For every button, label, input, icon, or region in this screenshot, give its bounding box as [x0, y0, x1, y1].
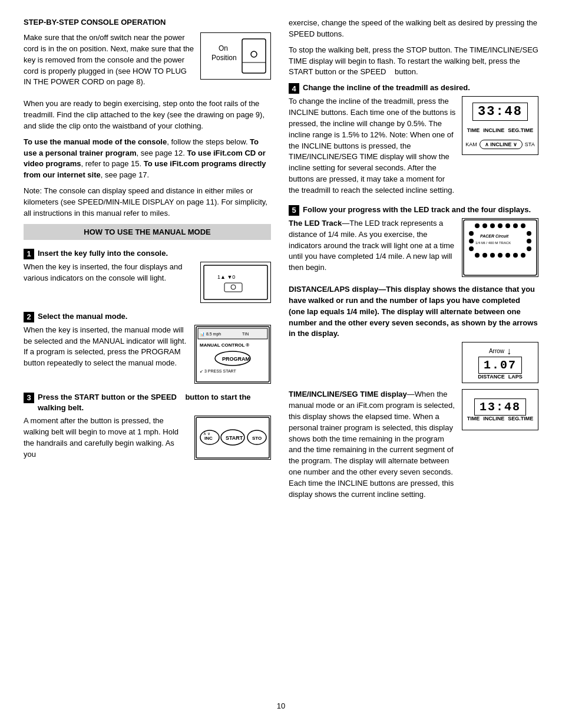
incline-up-btn[interactable]: ∧ INCLINE ∨ — [480, 140, 523, 149]
step-4-content: To change the incline of the treadmill, … — [289, 96, 538, 196]
svg-point-36 — [521, 253, 525, 258]
svg-point-44 — [469, 239, 474, 243]
main-content: STEP-BY-STEP CONSOLE OPERATION Make sure… — [24, 18, 538, 690]
led-track-title: The LED Track — [289, 219, 342, 228]
step-3-title: Press the START button or the SPEED butt… — [38, 392, 271, 413]
distance-block: Arrow ↓ 1.07 DISTANCE LAPS — [289, 342, 538, 383]
svg-point-41 — [482, 253, 487, 258]
step-1-content: When the key is inserted, the four displ… — [24, 262, 271, 303]
time-para: TIME/INCLINE/SEG TIME display—When the m… — [289, 389, 456, 500]
step-5-num: 5 — [289, 205, 299, 216]
svg-text:MANUAL CONTROL ®: MANUAL CONTROL ® — [200, 342, 249, 348]
time-image: 13:48 TIME INCLINE SEG.TIME — [462, 389, 538, 430]
text1: , follow the steps below. — [167, 137, 250, 146]
step-2-image: 📊 8.5 mph TIN MANUAL CONTROL ® PROGRAM ↙… — [194, 325, 271, 384]
page-number: 10 — [24, 701, 538, 710]
svg-point-40 — [490, 253, 495, 258]
distance-title-text: DISTANCE/LAPS display — [289, 285, 378, 294]
time-label: TIME — [467, 416, 480, 421]
led-track-text-col: The LED Track—The LED track represents a… — [289, 218, 456, 278]
svg-rect-2 — [242, 39, 266, 73]
step-4-header: 4 Change the incline of the treadmill as… — [289, 83, 538, 94]
distance-arrow-row: Arrow ↓ — [489, 346, 511, 357]
incline-display: 33:48 — [472, 103, 528, 121]
step-3-num: 3 — [24, 393, 34, 403]
step-5-title: Follow your progress with the LED track … — [303, 205, 531, 215]
svg-text:Position: Position — [211, 54, 237, 62]
intro-text-col: Make sure that the on/off switch near th… — [24, 32, 194, 93]
distance-title: DISTANCE/LAPS display—This display shows… — [289, 284, 538, 340]
distance-labels: DISTANCE LAPS — [478, 374, 522, 380]
svg-text:STO: STO — [252, 436, 262, 441]
step-5-header: 5 Follow your progress with the LED trac… — [289, 205, 538, 216]
manual-mode-svg: 📊 8.5 mph TIN MANUAL CONTROL ® PROGRAM ↙… — [195, 325, 270, 383]
step-2-num: 2 — [24, 312, 34, 322]
svg-text:∧  ∨: ∧ ∨ — [203, 431, 210, 436]
time-block: TIME/INCLINE/SEG TIME display—When the m… — [289, 389, 538, 505]
svg-text:PROGRAM: PROGRAM — [222, 356, 250, 362]
svg-text:On: On — [219, 44, 228, 52]
svg-point-42 — [475, 253, 480, 258]
svg-point-26 — [475, 223, 480, 228]
step-2-content: When the key is inserted, the manual mod… — [24, 325, 271, 384]
manual-mode-box: HOW TO USE THE MANUAL MODE — [24, 224, 271, 240]
led-track-text: The LED Track—The LED track represents a… — [289, 218, 456, 274]
dist-label: DISTANCE — [478, 374, 504, 380]
svg-text:1/4 MI / 400 M TRACK: 1/4 MI / 400 M TRACK — [475, 241, 511, 245]
arrow-label: Arrow — [489, 348, 504, 354]
manual-mode-title: HOW TO USE THE MANUAL MODE — [29, 228, 265, 236]
label-incline: INCLINE — [483, 127, 504, 133]
svg-rect-25 — [464, 220, 537, 275]
svg-point-28 — [490, 223, 495, 228]
svg-point-33 — [527, 231, 531, 236]
svg-point-31 — [513, 223, 518, 228]
step-3-header: 3 Press the START button or the SPEED bu… — [24, 392, 271, 413]
kam-label: KAM — [465, 141, 477, 147]
led-track-block: The LED Track—The LED track represents a… — [289, 218, 538, 278]
step-1-title: Insert the key fully into the console. — [38, 248, 168, 259]
step-1-header: 1 Insert the key fully into the console. — [24, 248, 271, 259]
distance-display: 1.07 — [478, 357, 522, 374]
time-disp-text: —When the manual mode or an iFit.com pro… — [289, 390, 455, 499]
step-1-num: 1 — [24, 249, 34, 259]
key-insert-svg: 1▲ ▼0 — [201, 262, 270, 302]
manual-mode-diagram: 📊 8.5 mph TIN MANUAL CONTROL ® PROGRAM ↙… — [194, 325, 271, 384]
right-column: exercise, change the speed of the walkin… — [289, 18, 538, 690]
incline-buttons: KAM ∧ INCLINE ∨ STA — [465, 140, 534, 149]
svg-point-29 — [498, 223, 503, 228]
svg-point-3 — [251, 51, 257, 57]
step-1-text: When the key is inserted, the four displ… — [24, 262, 194, 284]
intro-para1: Make sure that the on/off switch near th… — [24, 32, 194, 88]
led-track-image: PACER Circuit 1/4 MI / 400 M TRACK — [462, 218, 538, 277]
start-btn-diagram: INC ∧ ∨ START STO — [194, 416, 271, 460]
intro-block: Make sure that the on/off switch near th… — [24, 32, 271, 93]
step-3-text: A moment after the button is pressed, th… — [24, 416, 189, 460]
time-diagram: 13:48 TIME INCLINE SEG.TIME — [462, 389, 538, 430]
section-title: STEP-BY-STEP CONSOLE OPERATION — [24, 18, 271, 27]
step-4-num: 4 — [289, 83, 299, 94]
svg-rect-7 — [224, 283, 242, 292]
intro-para4: Note: The console can display speed and … — [24, 186, 271, 219]
svg-point-30 — [505, 223, 510, 228]
svg-point-38 — [505, 253, 510, 258]
svg-text:START: START — [226, 435, 243, 441]
left-column: STEP-BY-STEP CONSOLE OPERATION Make sure… — [24, 18, 271, 690]
svg-point-8 — [231, 285, 236, 289]
svg-point-27 — [482, 223, 487, 228]
right-para1: exercise, change the speed of the walkin… — [289, 18, 538, 40]
label-segtime: SEG.TIME — [508, 127, 533, 133]
on-switch-image: On Position — [200, 32, 271, 80]
step-2-block: 2 Select the manual mode. When the key i… — [24, 311, 271, 384]
step-5-block: 5 Follow your progress with the LED trac… — [289, 205, 538, 505]
time-incline-label: INCLINE — [483, 416, 504, 421]
bold1: To use the manual mode of the console — [24, 137, 167, 146]
svg-point-43 — [469, 246, 474, 251]
led-track-svg: PACER Circuit 1/4 MI / 400 M TRACK — [462, 219, 538, 276]
svg-point-45 — [469, 231, 474, 236]
intro-para2: When you are ready to begin exercising, … — [24, 98, 271, 132]
incline-diagram: 33:48 TIME INCLINE SEG.TIME KAM ∧ INCLIN… — [462, 96, 538, 155]
text3: , refer to page 15. — [81, 159, 144, 168]
step-2-text: When the key is inserted, the manual mod… — [24, 325, 189, 369]
svg-point-35 — [527, 246, 531, 251]
time-labels: TIME INCLINE SEG.TIME — [467, 416, 534, 421]
